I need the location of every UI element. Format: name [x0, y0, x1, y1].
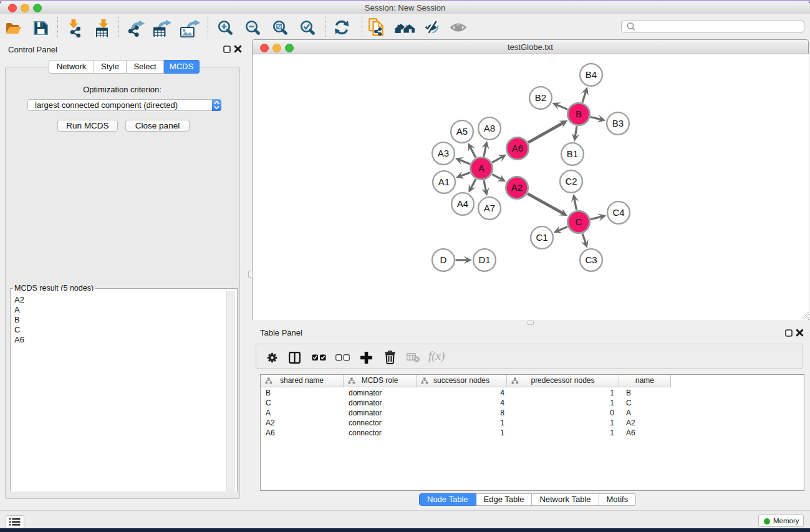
svg-text:A: A [478, 163, 485, 173]
svg-text:D: D [440, 254, 447, 265]
svg-text:A4: A4 [457, 198, 468, 209]
svg-text:A5: A5 [456, 126, 468, 137]
svg-text:C: C [576, 216, 582, 227]
svg-text:D1: D1 [478, 254, 490, 265]
svg-text:A3: A3 [438, 148, 449, 158]
svg-text:A8: A8 [484, 123, 495, 133]
svg-text:B3: B3 [612, 118, 624, 128]
svg-text:B4: B4 [586, 69, 597, 80]
svg-text:B2: B2 [535, 92, 546, 103]
svg-text:C2: C2 [565, 176, 577, 186]
svg-text:B1: B1 [567, 148, 578, 159]
svg-text:C1: C1 [536, 232, 547, 243]
svg-text:A2: A2 [511, 182, 523, 193]
svg-text:C4: C4 [612, 207, 624, 218]
svg-text:A1: A1 [438, 177, 450, 187]
svg-text:C3: C3 [585, 254, 597, 265]
svg-text:A6: A6 [512, 143, 523, 153]
svg-text:B: B [576, 109, 582, 119]
svg-text:A7: A7 [484, 203, 495, 213]
